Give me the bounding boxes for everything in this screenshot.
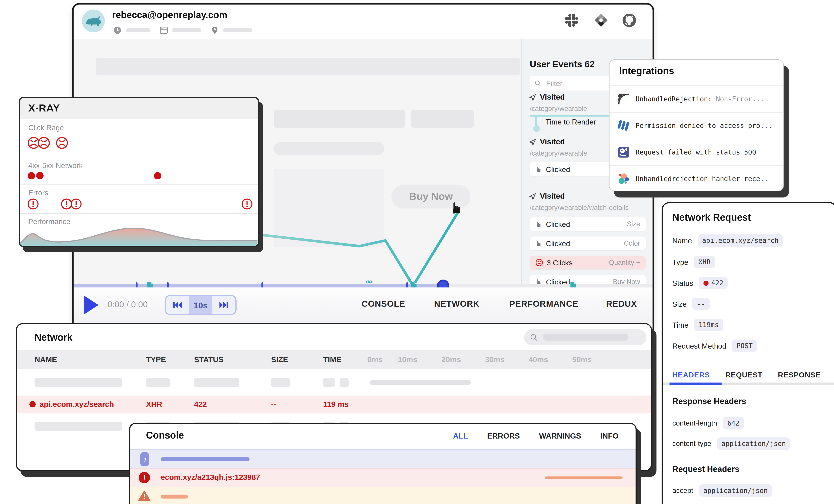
nr-tab-request[interactable]: REQUEST: [725, 371, 763, 379]
event-rage-click-card[interactable]: 3 Clicks Quantity +: [530, 256, 646, 269]
events-filter-box[interactable]: [530, 76, 611, 90]
console-tab-all[interactable]: ALL: [453, 432, 468, 440]
performance-area-chart: [20, 224, 258, 246]
event-target-label: Color: [624, 239, 640, 247]
network-error-dot[interactable]: [36, 172, 44, 179]
network-search-box[interactable]: [524, 329, 646, 345]
integration-item-datadog[interactable]: Request failed with status 500: [610, 139, 783, 165]
console-info-row[interactable]: i: [130, 449, 636, 468]
rage-face-icon[interactable]: [37, 136, 50, 149]
waves-icon: [617, 119, 630, 132]
nr-tab-response[interactable]: RESPONSE: [778, 371, 820, 379]
console-tab-errors[interactable]: ERRORS: [487, 432, 520, 440]
tab-console[interactable]: CONSOLE: [361, 299, 405, 308]
user-avatar-rhino: [81, 8, 106, 34]
console-tabs: ALL ERRORS WARNINGS INFO: [453, 432, 619, 440]
error-detail-skeleton: [545, 477, 622, 479]
skip-back-button[interactable]: [166, 296, 189, 314]
player-controls: 0:00 / 0:00 10s CONSOLE NETWORK PERFORMA…: [73, 287, 653, 323]
search-icon: [530, 333, 538, 342]
console-tab-info[interactable]: INFO: [600, 432, 619, 440]
time-to-render-dot: [533, 125, 540, 132]
nr-time-label: Time: [672, 321, 688, 329]
rage-face-icon: [535, 259, 543, 266]
error-dot: [29, 401, 36, 408]
search-input-skeleton: [543, 334, 628, 341]
search-icon: [534, 80, 542, 87]
slack-icon[interactable]: [564, 13, 579, 28]
visited-icon: [529, 138, 536, 146]
scale-40ms: 40ms: [529, 355, 548, 364]
time-to-render-item[interactable]: Time to Render: [546, 118, 596, 126]
nr-name-row: Name api.ecom.xyz/search: [672, 234, 783, 247]
skip-interval-value[interactable]: 10s: [189, 296, 212, 314]
event-clicked-card[interactable]: ☛ Clicked Color: [530, 237, 646, 250]
events-filter-input[interactable]: [545, 79, 604, 88]
nr-status-label: Status: [672, 279, 693, 287]
tab-performance[interactable]: PERFORMANCE: [509, 299, 578, 308]
network-error-dot[interactable]: [28, 172, 35, 179]
play-button[interactable]: [84, 295, 98, 315]
col-time: TIME: [323, 355, 342, 364]
nr-method-label: Request Method: [672, 342, 726, 350]
nr-type-label: Type: [672, 258, 688, 266]
integration-item-elastic[interactable]: Unhandledrejection handler rece..: [610, 165, 783, 191]
integration-item-sentry[interactable]: UnhandledRejection: Non-Error...: [610, 85, 783, 112]
scale-10ms: 10ms: [398, 355, 417, 364]
console-error-row[interactable]: ! ecom.xyz/a213qh.js:123987: [130, 468, 636, 487]
jira-diamond-icon[interactable]: [594, 13, 608, 28]
openreplay-marketing-composite: rebecca@openreplay.com: [0, 0, 834, 504]
event-visited-3[interactable]: Visited: [529, 192, 565, 200]
xray-title: X-RAY: [28, 103, 60, 114]
nr-time-value: 119ms: [694, 319, 723, 331]
col-status: STATUS: [194, 355, 223, 364]
integration-item-waves[interactable]: Permission denied to access pro...: [610, 112, 783, 139]
event-clicked-card[interactable]: ☛ Clicked Size: [530, 217, 646, 231]
info-icon: i: [140, 452, 149, 466]
network-table-header: NAME TYPE STATUS SIZE TIME 0ms 10ms 20ms…: [17, 350, 651, 369]
xray-click-rage-label: Click Rage: [28, 123, 64, 132]
nr-method-row: Request Method POST: [672, 339, 757, 352]
col-name: NAME: [35, 355, 57, 364]
error-circle-icon[interactable]: [241, 198, 253, 210]
tab-redux[interactable]: REDUX: [606, 299, 637, 308]
cell-type: XHR: [146, 400, 162, 409]
timeline-quote-marker[interactable]: ““: [366, 279, 372, 288]
network-table-title: Network: [35, 332, 72, 344]
nr-tab-track: [663, 382, 834, 385]
visited-icon: [529, 192, 536, 200]
nr-size-value: --: [692, 298, 709, 310]
nr-name-value: api.ecom.xyz/search: [698, 234, 783, 247]
click-hand-icon: ☛: [534, 166, 543, 173]
location-pin-icon: [211, 26, 219, 35]
event-visited-2[interactable]: Visited: [529, 137, 565, 146]
col-size: SIZE: [271, 355, 288, 364]
network-error-dot[interactable]: [154, 172, 161, 179]
info-message-skeleton: [161, 457, 249, 461]
console-panel: Console ALL ERRORS WARNINGS INFO i ! eco…: [129, 423, 637, 504]
nr-status-code: 422: [711, 279, 723, 287]
console-warning-row[interactable]: [130, 487, 636, 504]
nr-tab-headers[interactable]: HEADERS: [672, 371, 710, 379]
skip-interval-label: 10s: [194, 300, 208, 310]
github-icon[interactable]: [622, 13, 637, 28]
nr-tabs: HEADERS REQUEST RESPONSE: [672, 371, 820, 379]
rage-face-icon[interactable]: [56, 136, 68, 149]
status-error-dot: [703, 281, 708, 286]
col-type: TYPE: [146, 355, 166, 364]
network-error-row[interactable]: api.ecom.xyz/search XHR 422 -- 119 ms: [17, 396, 651, 413]
event-path: /category/wearable: [530, 149, 587, 157]
skip-interval-control: 10s: [165, 295, 237, 315]
error-circle-icon[interactable]: [27, 198, 39, 210]
network-row-skeleton[interactable]: [17, 374, 651, 391]
sentry-icon: [617, 93, 630, 105]
skip-forward-button[interactable]: [212, 296, 236, 314]
tab-network[interactable]: NETWORK: [434, 299, 480, 308]
integration-error-title: Permission denied to access pro...: [636, 122, 772, 130]
replay-timeline[interactable]: ““: [73, 284, 653, 287]
error-circle-icon[interactable]: [70, 198, 82, 210]
content-length-row: content-length 642: [672, 417, 744, 430]
event-visited-1[interactable]: Visited: [529, 93, 565, 101]
console-tab-warnings[interactable]: WARNINGS: [539, 432, 581, 440]
user-events-title: User Events 62: [530, 60, 595, 70]
